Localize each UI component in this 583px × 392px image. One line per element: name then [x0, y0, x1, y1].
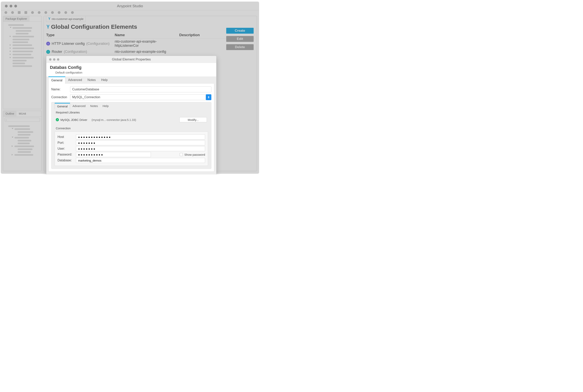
host-input[interactable] [76, 134, 205, 140]
column-type: Type [46, 33, 115, 37]
driver-detail: (mysql:m...-connector-java:5.1.33) [92, 118, 136, 122]
search-icon: ⌕ [6, 118, 7, 121]
dialog-subheading: Default configuration [55, 71, 213, 74]
password-input[interactable] [76, 152, 151, 157]
package-explorer-tree[interactable] [3, 22, 42, 70]
up-down-icon [208, 96, 209, 98]
user-label: User: [58, 147, 76, 150]
mule-icon: Y [48, 17, 50, 21]
host-label: Host [58, 135, 76, 139]
database-input[interactable] [76, 158, 205, 163]
package-explorer-panel: Package Explorer [3, 16, 42, 109]
toolbar-icon[interactable] [38, 11, 41, 14]
edit-button[interactable]: Edit [226, 36, 254, 42]
connection-label: Connection [51, 96, 70, 99]
tab-notes[interactable]: Notes [85, 77, 99, 84]
toolbar-icon[interactable] [51, 11, 54, 14]
tab-munit[interactable]: MUnit [17, 111, 28, 116]
toolbar-icon[interactable] [5, 11, 7, 14]
outline-panel: Outline MUnit ⌕ [3, 111, 42, 171]
tab-outline[interactable]: Outline [3, 111, 17, 116]
toolbar-icon[interactable] [71, 11, 74, 14]
mule-icon: Y [46, 24, 50, 30]
inner-tab-general[interactable]: General [55, 103, 70, 109]
router-icon: ↔ [46, 50, 50, 54]
connection-select-toggle[interactable] [206, 94, 211, 100]
editor-tab[interactable]: Y nto-customer-api-example [46, 16, 86, 22]
connection-fields: Host Port: User: Password: [55, 132, 208, 166]
toolbar-icon[interactable] [18, 11, 21, 14]
dialog-tabs: General Advanced Notes Help [48, 77, 214, 84]
tab-advanced[interactable]: Advanced [65, 77, 85, 84]
connection-select[interactable] [70, 94, 206, 100]
database-label: Database: [58, 159, 76, 162]
column-name: Name [115, 33, 179, 37]
http-icon: ≡ [46, 42, 50, 46]
dialog-heading: Databas Config [50, 65, 213, 70]
window-titlebar: Anypoint Studio [1, 2, 259, 10]
show-password-checkbox[interactable] [180, 153, 183, 156]
inner-tab-advanced[interactable]: Advanced [70, 103, 88, 109]
inner-tab-help[interactable]: Help [100, 103, 111, 109]
tab-help[interactable]: Help [99, 77, 110, 84]
name-input[interactable] [70, 86, 211, 92]
dialog-title: Global Element Properties [46, 58, 216, 62]
user-input[interactable] [76, 146, 205, 151]
show-password-label: Show password [184, 153, 205, 156]
toolbar-icon[interactable] [31, 11, 34, 14]
inner-tab-notes[interactable]: Notes [88, 103, 100, 109]
window-title: Anypoint Studio [1, 4, 259, 8]
editor-tab-label: nto-customer-api-example [52, 18, 84, 20]
port-input[interactable] [76, 140, 205, 145]
global-element-properties-dialog: Global Element Properties Databas Config… [46, 56, 216, 174]
toolbar-icon[interactable] [58, 11, 61, 14]
tab-package-explorer[interactable]: Package Explorer [3, 16, 30, 22]
connection-section-label: Connection [52, 125, 211, 131]
port-label: Port: [58, 141, 76, 144]
required-libraries-label: Required Libraries [52, 109, 211, 115]
driver-name: MySQL JDBC Driver [61, 118, 87, 122]
config-row[interactable]: ≡ HTTP Listener config (Configuration) n… [46, 38, 254, 49]
outline-search[interactable]: ⌕ [5, 118, 40, 122]
modify-button[interactable]: Modify... [180, 117, 207, 122]
window-toolbar [1, 10, 259, 15]
outline-tree[interactable] [3, 123, 42, 158]
toolbar-icon[interactable] [64, 11, 67, 14]
config-row[interactable]: ↔ Router (Configuration) nto-customer-ap… [46, 49, 254, 55]
toolbar-icon[interactable] [45, 11, 47, 14]
toolbar-icon[interactable] [11, 11, 14, 14]
dialog-titlebar: Global Element Properties [46, 56, 216, 63]
check-icon: ✓ [56, 118, 59, 121]
create-button[interactable]: Create [226, 28, 254, 34]
delete-button[interactable]: Delete [226, 44, 254, 50]
password-label: Password: [58, 153, 76, 156]
tab-general[interactable]: General [48, 76, 65, 84]
toolbar-icon[interactable] [25, 11, 27, 14]
name-label: Name: [51, 88, 70, 91]
page-title: Y Global Configuration Elements [46, 24, 254, 30]
